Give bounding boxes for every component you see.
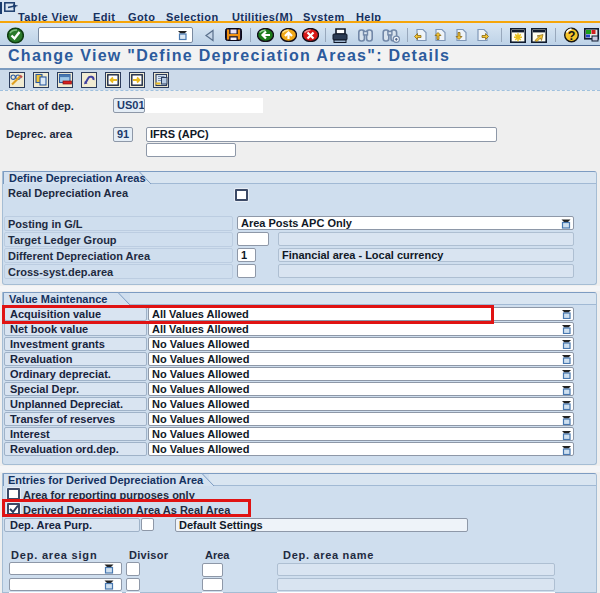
svg-text:?: ?: [568, 29, 576, 43]
